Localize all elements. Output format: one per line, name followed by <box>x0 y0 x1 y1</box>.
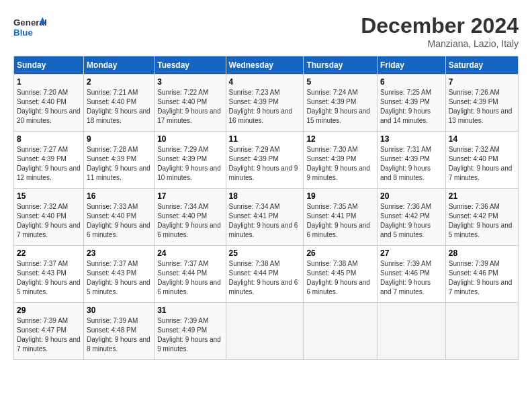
calendar-cell: 13Sunrise: 7:31 AMSunset: 4:39 PMDayligh… <box>377 132 445 189</box>
day-number: 6 <box>380 77 443 87</box>
calendar-cell: 26Sunrise: 7:38 AMSunset: 4:45 PMDayligh… <box>304 246 378 303</box>
header-cell-saturday: Saturday <box>445 56 518 75</box>
day-info: Sunrise: 7:30 AMSunset: 4:39 PMDaylight:… <box>306 145 374 183</box>
calendar-cell: 25Sunrise: 7:38 AMSunset: 4:44 PMDayligh… <box>226 246 304 303</box>
calendar-cell: 29Sunrise: 7:39 AMSunset: 4:47 PMDayligh… <box>14 303 84 360</box>
day-info: Sunrise: 7:39 AMSunset: 4:47 PMDaylight:… <box>17 316 81 354</box>
calendar-cell <box>304 303 378 360</box>
calendar-header-row: SundayMondayTuesdayWednesdayThursdayFrid… <box>14 56 519 75</box>
day-info: Sunrise: 7:33 AMSunset: 4:40 PMDaylight:… <box>87 202 151 240</box>
calendar-cell: 14Sunrise: 7:32 AMSunset: 4:40 PMDayligh… <box>445 132 518 189</box>
calendar-cell: 5Sunrise: 7:24 AMSunset: 4:39 PMDaylight… <box>304 75 378 132</box>
day-number: 1 <box>17 77 81 87</box>
day-info: Sunrise: 7:20 AMSunset: 4:40 PMDaylight:… <box>17 88 81 126</box>
day-info: Sunrise: 7:25 AMSunset: 4:39 PMDaylight:… <box>380 88 443 126</box>
calendar-cell: 1Sunrise: 7:20 AMSunset: 4:40 PMDaylight… <box>14 75 84 132</box>
calendar-cell: 19Sunrise: 7:35 AMSunset: 4:41 PMDayligh… <box>304 189 378 246</box>
calendar-cell: 30Sunrise: 7:39 AMSunset: 4:48 PMDayligh… <box>84 303 154 360</box>
day-info: Sunrise: 7:35 AMSunset: 4:41 PMDaylight:… <box>306 202 374 240</box>
day-info: Sunrise: 7:23 AMSunset: 4:39 PMDaylight:… <box>229 88 301 126</box>
calendar-cell: 3Sunrise: 7:22 AMSunset: 4:40 PMDaylight… <box>154 75 226 132</box>
day-info: Sunrise: 7:37 AMSunset: 4:44 PMDaylight:… <box>157 259 222 297</box>
day-info: Sunrise: 7:39 AMSunset: 4:49 PMDaylight:… <box>157 316 222 354</box>
day-number: 27 <box>380 248 443 258</box>
page-header: General Blue December 2024 Manziana, Laz… <box>13 13 519 49</box>
calendar-table: SundayMondayTuesdayWednesdayThursdayFrid… <box>13 56 519 360</box>
day-info: Sunrise: 7:26 AMSunset: 4:39 PMDaylight:… <box>449 88 515 126</box>
day-info: Sunrise: 7:24 AMSunset: 4:39 PMDaylight:… <box>306 88 374 126</box>
day-info: Sunrise: 7:34 AMSunset: 4:40 PMDaylight:… <box>157 202 222 240</box>
calendar-cell: 2Sunrise: 7:21 AMSunset: 4:40 PMDaylight… <box>84 75 154 132</box>
day-info: Sunrise: 7:32 AMSunset: 4:40 PMDaylight:… <box>17 202 81 240</box>
day-number: 18 <box>229 191 301 201</box>
calendar-cell: 10Sunrise: 7:29 AMSunset: 4:39 PMDayligh… <box>154 132 226 189</box>
day-info: Sunrise: 7:39 AMSunset: 4:46 PMDaylight:… <box>449 259 515 297</box>
week-row-5: 29Sunrise: 7:39 AMSunset: 4:47 PMDayligh… <box>14 303 519 360</box>
day-info: Sunrise: 7:22 AMSunset: 4:40 PMDaylight:… <box>157 88 222 126</box>
week-row-2: 8Sunrise: 7:27 AMSunset: 4:39 PMDaylight… <box>14 132 519 189</box>
day-number: 7 <box>449 77 515 87</box>
calendar-cell: 6Sunrise: 7:25 AMSunset: 4:39 PMDaylight… <box>377 75 445 132</box>
svg-text:Blue: Blue <box>13 28 33 38</box>
day-number: 22 <box>17 248 81 258</box>
calendar-cell: 17Sunrise: 7:34 AMSunset: 4:40 PMDayligh… <box>154 189 226 246</box>
day-number: 31 <box>157 306 222 315</box>
day-info: Sunrise: 7:37 AMSunset: 4:43 PMDaylight:… <box>87 259 151 297</box>
day-info: Sunrise: 7:29 AMSunset: 4:39 PMDaylight:… <box>229 145 301 183</box>
location: Manziana, Lazio, Italy <box>361 38 519 49</box>
day-number: 3 <box>157 77 222 87</box>
calendar-cell: 8Sunrise: 7:27 AMSunset: 4:39 PMDaylight… <box>14 132 84 189</box>
day-info: Sunrise: 7:37 AMSunset: 4:43 PMDaylight:… <box>17 259 81 297</box>
logo: General Blue <box>13 13 50 40</box>
day-info: Sunrise: 7:21 AMSunset: 4:40 PMDaylight:… <box>87 88 151 126</box>
day-info: Sunrise: 7:36 AMSunset: 4:42 PMDaylight:… <box>449 202 515 240</box>
day-number: 29 <box>17 306 81 315</box>
week-row-1: 1Sunrise: 7:20 AMSunset: 4:40 PMDaylight… <box>14 75 519 132</box>
day-info: Sunrise: 7:29 AMSunset: 4:39 PMDaylight:… <box>157 145 222 183</box>
calendar-cell: 11Sunrise: 7:29 AMSunset: 4:39 PMDayligh… <box>226 132 304 189</box>
calendar-cell <box>377 303 445 360</box>
day-info: Sunrise: 7:34 AMSunset: 4:41 PMDaylight:… <box>229 202 301 240</box>
calendar-cell: 21Sunrise: 7:36 AMSunset: 4:42 PMDayligh… <box>445 189 518 246</box>
title-block: December 2024 Manziana, Lazio, Italy <box>361 13 519 49</box>
logo-icon: General Blue <box>13 13 47 40</box>
day-number: 20 <box>380 191 443 201</box>
calendar-body: 1Sunrise: 7:20 AMSunset: 4:40 PMDaylight… <box>14 75 519 360</box>
calendar-cell: 22Sunrise: 7:37 AMSunset: 4:43 PMDayligh… <box>14 246 84 303</box>
day-info: Sunrise: 7:27 AMSunset: 4:39 PMDaylight:… <box>17 145 81 183</box>
calendar-cell: 27Sunrise: 7:39 AMSunset: 4:46 PMDayligh… <box>377 246 445 303</box>
calendar-cell <box>226 303 304 360</box>
header-cell-tuesday: Tuesday <box>154 56 226 75</box>
calendar-cell: 18Sunrise: 7:34 AMSunset: 4:41 PMDayligh… <box>226 189 304 246</box>
month-title: December 2024 <box>361 13 519 38</box>
day-info: Sunrise: 7:38 AMSunset: 4:44 PMDaylight:… <box>229 259 301 297</box>
day-number: 23 <box>87 248 151 258</box>
header-cell-thursday: Thursday <box>304 56 378 75</box>
day-number: 24 <box>157 248 222 258</box>
day-number: 4 <box>229 77 301 87</box>
week-row-4: 22Sunrise: 7:37 AMSunset: 4:43 PMDayligh… <box>14 246 519 303</box>
calendar-cell: 23Sunrise: 7:37 AMSunset: 4:43 PMDayligh… <box>84 246 154 303</box>
day-number: 9 <box>87 134 151 144</box>
day-number: 10 <box>157 134 222 144</box>
day-info: Sunrise: 7:38 AMSunset: 4:45 PMDaylight:… <box>306 259 374 297</box>
header-cell-wednesday: Wednesday <box>226 56 304 75</box>
day-number: 25 <box>229 248 301 258</box>
calendar-cell: 4Sunrise: 7:23 AMSunset: 4:39 PMDaylight… <box>226 75 304 132</box>
day-info: Sunrise: 7:28 AMSunset: 4:39 PMDaylight:… <box>87 145 151 183</box>
calendar-cell: 31Sunrise: 7:39 AMSunset: 4:49 PMDayligh… <box>154 303 226 360</box>
day-info: Sunrise: 7:39 AMSunset: 4:46 PMDaylight:… <box>380 259 443 297</box>
day-number: 17 <box>157 191 222 201</box>
day-number: 8 <box>17 134 81 144</box>
calendar-cell: 12Sunrise: 7:30 AMSunset: 4:39 PMDayligh… <box>304 132 378 189</box>
day-number: 16 <box>87 191 151 201</box>
header-cell-friday: Friday <box>377 56 445 75</box>
calendar-cell: 9Sunrise: 7:28 AMSunset: 4:39 PMDaylight… <box>84 132 154 189</box>
day-info: Sunrise: 7:32 AMSunset: 4:40 PMDaylight:… <box>449 145 515 183</box>
calendar-cell: 28Sunrise: 7:39 AMSunset: 4:46 PMDayligh… <box>445 246 518 303</box>
day-number: 19 <box>306 191 374 201</box>
day-number: 21 <box>449 191 515 201</box>
day-number: 13 <box>380 134 443 144</box>
calendar-cell: 24Sunrise: 7:37 AMSunset: 4:44 PMDayligh… <box>154 246 226 303</box>
day-number: 12 <box>306 134 374 144</box>
